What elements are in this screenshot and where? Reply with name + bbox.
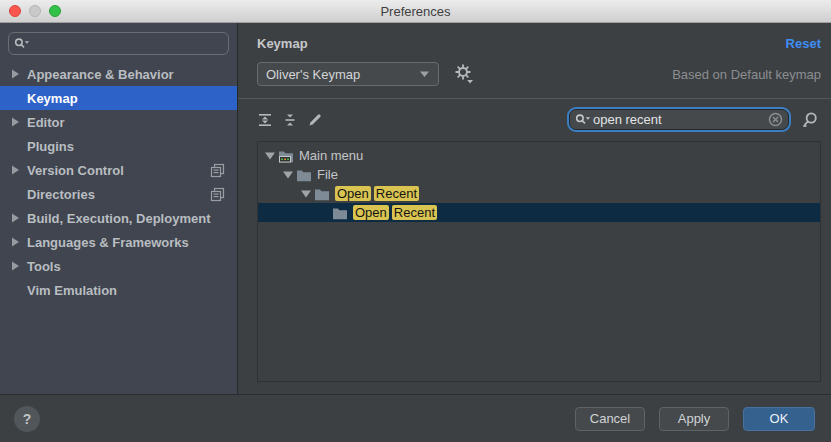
expand-arrow[interactable]: [10, 212, 27, 224]
folder-icon: [314, 186, 330, 202]
disclosure-triangle-right-icon: [10, 260, 20, 272]
keymap-dropdown-value: Oliver's Keymap: [266, 67, 360, 82]
based-on-label: Based on Default keymap: [672, 67, 821, 82]
expand-all-button[interactable]: [257, 112, 273, 128]
keymap-settings-panel: Keymap Reset Oliver's Keymap: [238, 23, 831, 394]
sidebar-item-label: Languages & Frameworks: [27, 235, 189, 250]
disclosure-triangle[interactable]: [262, 150, 278, 161]
gear-icon: [454, 64, 474, 84]
disclosure-triangle-right-icon: [10, 212, 20, 224]
minimize-button-disabled: [29, 5, 41, 17]
search-match-highlight: Recent: [374, 186, 419, 201]
search-icon: [14, 37, 30, 51]
reset-link[interactable]: Reset: [786, 36, 821, 51]
collapse-all-button[interactable]: [282, 112, 298, 128]
collapse-all-icon: [282, 112, 298, 128]
settings-category-list: Appearance & BehaviorKeymapEditorPlugins…: [0, 62, 237, 302]
keymap-options-button[interactable]: [454, 64, 474, 84]
search-match-highlight: Recent: [392, 205, 437, 220]
folder-icon: [332, 205, 348, 221]
folder-icon: [332, 205, 348, 221]
folder-icon: [296, 167, 312, 183]
shared-settings-indicator: [210, 163, 225, 178]
keymap-dropdown[interactable]: Oliver's Keymap: [257, 62, 439, 86]
disclosure-triangle-right-icon: [10, 164, 20, 176]
tree-row-file[interactable]: File: [258, 165, 820, 184]
edit-shortcut-button[interactable]: [307, 112, 323, 128]
find-actions-by-shortcut-button[interactable]: [801, 111, 819, 129]
folder-icon: [314, 186, 330, 202]
sidebar-item-keymap[interactable]: Keymap: [0, 86, 237, 110]
expand-arrow[interactable]: [10, 116, 27, 128]
folder-icon: [296, 167, 312, 183]
search-icon: [575, 113, 591, 127]
disclosure-triangle-down-icon: [300, 188, 312, 199]
disclosure-triangle-right-icon: [10, 116, 20, 128]
edit-pencil-icon: [307, 112, 323, 128]
settings-sidebar: Appearance & BehaviorKeymapEditorPlugins…: [0, 23, 238, 394]
close-button[interactable]: [9, 5, 21, 17]
tree-node-label: File: [317, 167, 338, 182]
help-icon: ?: [23, 411, 32, 427]
disclosure-triangle[interactable]: [298, 188, 314, 199]
sidebar-item-appearance-behavior[interactable]: Appearance & Behavior: [0, 62, 237, 86]
search-chevron[interactable]: [586, 117, 590, 119]
expand-arrow[interactable]: [10, 260, 27, 272]
tree-row-open-recent[interactable]: OpenRecent: [258, 203, 820, 222]
sidebar-item-label: Tools: [27, 259, 61, 274]
tree-row-open-recent[interactable]: OpenRecent: [258, 184, 820, 203]
sidebar-item-directories[interactable]: Directories: [0, 182, 237, 206]
sidebar-item-label: Keymap: [27, 91, 78, 106]
keymap-toolbar: [257, 99, 821, 140]
keymap-search-field[interactable]: [569, 109, 789, 130]
preferences-window: Preferences Appearance & BehaviorKeymapE…: [0, 0, 831, 442]
disclosure-triangle-down-icon: [282, 169, 294, 180]
find-by-shortcut-icon: [801, 111, 819, 129]
settings-search-input[interactable]: [30, 36, 223, 51]
sidebar-item-tools[interactable]: Tools: [0, 254, 237, 278]
shared-settings-icon: [210, 187, 225, 202]
clear-icon[interactable]: [768, 112, 783, 127]
help-button[interactable]: ?: [14, 406, 40, 432]
disclosure-triangle-right-icon: [10, 68, 20, 80]
search-chevron[interactable]: [25, 41, 29, 43]
sidebar-item-build-execution-deployment[interactable]: Build, Execution, Deployment: [0, 206, 237, 230]
cancel-button[interactable]: Cancel: [575, 407, 645, 431]
sidebar-item-plugins[interactable]: Plugins: [0, 134, 237, 158]
expand-arrow[interactable]: [10, 164, 27, 176]
sidebar-item-label: Vim Emulation: [27, 283, 117, 298]
page-title: Keymap: [257, 36, 308, 51]
expand-arrow[interactable]: [10, 68, 27, 80]
window-title: Preferences: [380, 4, 450, 19]
zoom-button[interactable]: [49, 5, 61, 17]
sidebar-item-vim-emulation[interactable]: Vim Emulation: [0, 278, 237, 302]
title-bar: Preferences: [0, 0, 831, 23]
expand-arrow[interactable]: [10, 236, 27, 248]
sidebar-item-editor[interactable]: Editor: [0, 110, 237, 134]
search-match-highlight: Open: [335, 186, 371, 201]
main-menu-folder-icon: [278, 148, 294, 164]
dialog-footer: ? Cancel Apply OK: [0, 394, 831, 442]
search-match-highlight: Open: [353, 205, 389, 220]
sidebar-item-languages-frameworks[interactable]: Languages & Frameworks: [0, 230, 237, 254]
keymap-action-tree: Main menuFileOpenRecentOpenRecent: [257, 141, 821, 382]
main-menu-folder-icon: [278, 148, 294, 164]
chevron-down-icon: [419, 70, 430, 78]
shared-settings-indicator: [210, 187, 225, 202]
sidebar-item-label: Editor: [27, 115, 65, 130]
sidebar-item-label: Build, Execution, Deployment: [27, 211, 210, 226]
settings-search-field[interactable]: [8, 32, 229, 55]
apply-button[interactable]: Apply: [659, 407, 729, 431]
disclosure-triangle-down-icon: [264, 150, 276, 161]
keymap-search-input[interactable]: [593, 112, 768, 127]
disclosure-triangle[interactable]: [280, 169, 296, 180]
shared-settings-icon: [210, 163, 225, 178]
sidebar-item-label: Version Control: [27, 163, 124, 178]
sidebar-item-label: Directories: [27, 187, 95, 202]
ok-button[interactable]: OK: [743, 407, 815, 431]
expand-all-icon: [257, 112, 273, 128]
disclosure-triangle-right-icon: [10, 236, 20, 248]
tree-row-main-menu[interactable]: Main menu: [258, 146, 820, 165]
sidebar-item-label: Plugins: [27, 139, 74, 154]
sidebar-item-version-control[interactable]: Version Control: [0, 158, 237, 182]
